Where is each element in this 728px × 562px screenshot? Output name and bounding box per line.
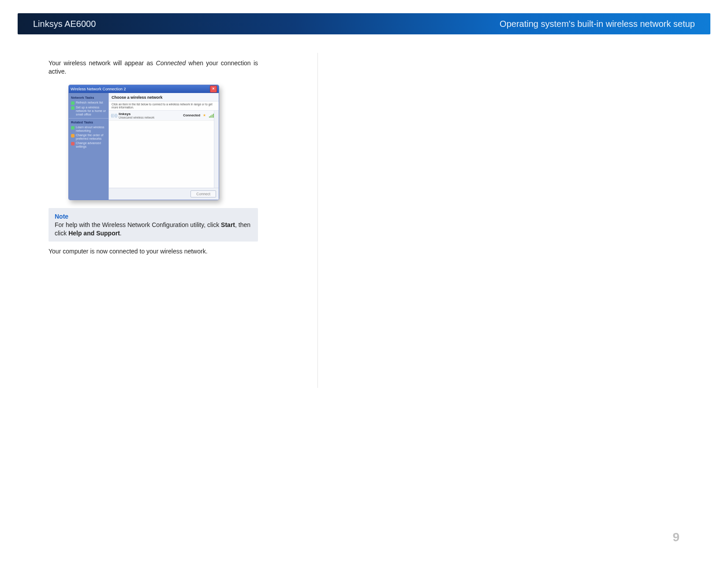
scrollbar[interactable] [214, 111, 219, 188]
sidebar-divider [69, 118, 108, 119]
dialog-body: Network Tasks Refresh network list Set u… [69, 93, 219, 200]
advanced-icon [71, 142, 75, 145]
dialog-sidebar: Network Tasks Refresh network list Set u… [69, 93, 108, 200]
network-item[interactable]: ((ı)) linksys Unsecured wireless network… [109, 111, 219, 121]
left-column: Your wireless network will appear as Con… [49, 59, 258, 255]
learn-icon [71, 126, 75, 130]
setup-icon [71, 106, 75, 110]
header-left: Linksys AE6000 [33, 19, 96, 29]
intro-paragraph: Your wireless network will appear as Con… [49, 59, 258, 76]
dialog-title: Wireless Network Connection 2 [71, 87, 126, 91]
intro-before: Your wireless network will appear as [49, 60, 156, 67]
note-start: Start [221, 221, 235, 228]
network-info: linksys Unsecured wireless network [119, 112, 181, 119]
choose-heading: Choose a wireless network [109, 93, 219, 101]
note-text-1: For help with the Wireless Network Confi… [55, 221, 221, 228]
dialog-footer: Connect [109, 188, 219, 200]
task-advanced[interactable]: Change advanced settings [71, 141, 106, 149]
choose-hint: Click an item in the list below to conne… [109, 101, 219, 111]
page-number: 9 [672, 530, 679, 544]
network-list: ((ı)) linksys Unsecured wireless network… [109, 111, 219, 188]
intro-italic: Connected [156, 60, 186, 67]
closing-paragraph: Your computer is now connected to your w… [49, 248, 258, 255]
star-icon: ★ [203, 113, 206, 117]
network-subtitle: Unsecured wireless network [119, 116, 181, 119]
sidebar-section-network-tasks: Network Tasks [71, 96, 106, 100]
network-status: Connected [183, 113, 200, 117]
connect-button[interactable]: Connect [190, 190, 216, 197]
dialog-titlebar: Wireless Network Connection 2 × [69, 85, 219, 93]
close-icon[interactable]: × [210, 86, 217, 93]
manual-page: Linksys AE6000 Operating system's built-… [0, 0, 728, 562]
task-refresh[interactable]: Refresh network list [71, 101, 106, 105]
header-right: Operating system's built-in wireless net… [500, 19, 695, 29]
task-change-order[interactable]: Change the order of preferred networks [71, 134, 106, 141]
note-text-3: . [120, 230, 122, 237]
note-box: Note For help with the Wireless Network … [49, 208, 258, 242]
sidebar-section-related-tasks: Related Tasks [71, 120, 106, 124]
refresh-icon [71, 101, 75, 105]
page-header: Linksys AE6000 Operating system's built-… [18, 13, 710, 34]
note-help: Help and Support [68, 230, 120, 237]
page-body: Your wireless network will appear as Con… [49, 53, 679, 527]
wireless-dialog: Wireless Network Connection 2 × Network … [68, 85, 219, 200]
dialog-main: Choose a wireless network Click an item … [108, 93, 219, 200]
task-learn[interactable]: Learn about wireless networking [71, 126, 106, 133]
order-icon [71, 134, 75, 138]
antenna-icon: ((ı)) [112, 112, 117, 119]
note-title: Note [55, 213, 68, 220]
column-divider [317, 53, 318, 388]
network-name: linksys [119, 112, 181, 116]
task-setup-network[interactable]: Set up a wireless network for a home or … [71, 106, 106, 116]
